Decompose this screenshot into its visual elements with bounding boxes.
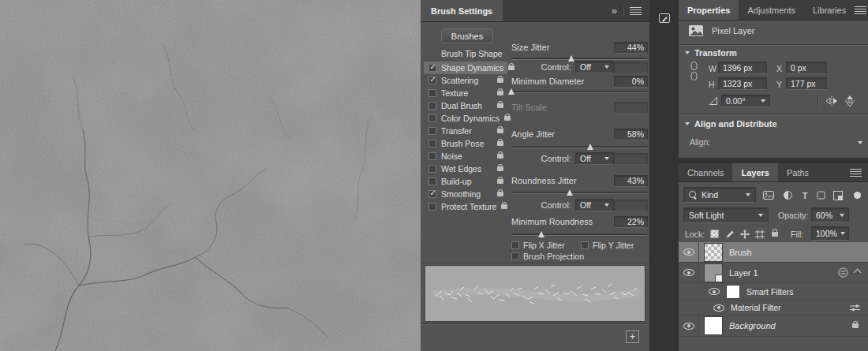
- angle-control-dropdown[interactable]: Off: [575, 152, 614, 165]
- brush-option-color-dynamics[interactable]: Color Dynamics: [424, 112, 507, 125]
- roundness-control-dropdown[interactable]: Off: [575, 199, 614, 211]
- layer-row-layer-1[interactable]: Layer 1: [679, 263, 868, 283]
- blend-mode-dropdown[interactable]: Soft Light: [683, 207, 769, 223]
- brush-option-brush-pose[interactable]: Brush Pose: [424, 137, 507, 150]
- layer-name[interactable]: Layer 1: [729, 268, 758, 278]
- visibility-toggle[interactable]: [679, 242, 699, 262]
- checkbox-icon[interactable]: [428, 89, 436, 97]
- brush-option-texture[interactable]: Texture: [424, 87, 507, 99]
- lock-position-icon[interactable]: [739, 229, 750, 239]
- smart-filter-icon[interactable]: [838, 267, 848, 278]
- flip-x-jitter-checkbox[interactable]: Flip X Jitter: [511, 241, 565, 250]
- lock-icon[interactable]: [497, 179, 503, 184]
- eye-icon[interactable]: [713, 304, 724, 312]
- align-distribute-section-header[interactable]: Align and Distribute: [685, 119, 777, 129]
- lock-artboard-icon[interactable]: [754, 229, 765, 239]
- filter-smart-objects-icon[interactable]: [830, 189, 846, 202]
- layer-thumbnail[interactable]: [704, 243, 723, 262]
- checkbox-icon[interactable]: [428, 127, 436, 135]
- size-jitter-value-field[interactable]: 44%: [614, 42, 648, 54]
- checkbox-icon[interactable]: [428, 77, 436, 84]
- brushes-button[interactable]: Brushes: [441, 28, 493, 43]
- checkbox-icon[interactable]: [428, 177, 436, 185]
- collapse-effects-icon[interactable]: [854, 269, 862, 277]
- create-new-brush-button[interactable]: +: [626, 330, 639, 343]
- tab-properties[interactable]: Properties: [679, 0, 739, 20]
- checkbox-icon[interactable]: [428, 152, 436, 160]
- filter-shape-layers-icon[interactable]: [813, 189, 829, 202]
- brush-option-wet-edges[interactable]: Wet Edges: [424, 162, 507, 175]
- minimum-diameter-slider-thumb[interactable]: [508, 88, 514, 95]
- layer-thumbnail[interactable]: [704, 316, 723, 335]
- tab-adjustments[interactable]: Adjustments: [739, 0, 804, 20]
- filter-name[interactable]: Material Filter: [731, 303, 781, 312]
- filter-type-layers-icon[interactable]: T: [797, 189, 813, 202]
- checkbox-icon[interactable]: [428, 203, 436, 211]
- y-position-field[interactable]: 177 px: [786, 77, 827, 90]
- scroll-down-icon[interactable]: [858, 141, 862, 144]
- lock-icon[interactable]: [497, 154, 503, 159]
- lock-icon[interactable]: [497, 166, 503, 171]
- brush-option-protect-texture[interactable]: Protect Texture: [424, 200, 507, 213]
- roundness-jitter-slider-thumb[interactable]: [567, 189, 573, 196]
- layer-name[interactable]: Background: [729, 321, 776, 330]
- lock-icon[interactable]: [497, 78, 503, 83]
- filter-kind-dropdown[interactable]: Kind: [683, 187, 756, 203]
- height-field[interactable]: 1323 px: [718, 77, 767, 90]
- checkbox-icon[interactable]: [428, 140, 436, 147]
- brush-option-smoothing[interactable]: Smoothing: [424, 188, 507, 200]
- lock-all-icon[interactable]: [769, 229, 780, 239]
- size-control-dropdown[interactable]: Off: [575, 61, 614, 73]
- layer-row-brush[interactable]: Brush: [679, 242, 868, 263]
- brush-option-scattering[interactable]: Scattering: [424, 74, 507, 87]
- flip-horizontal-icon[interactable]: [825, 95, 838, 108]
- tab-paths[interactable]: Paths: [778, 163, 817, 181]
- filter-toggle-icon[interactable]: [854, 192, 861, 199]
- brush-option-shape-dynamics[interactable]: Shape Dynamics: [424, 62, 507, 74]
- x-position-field[interactable]: 0 px: [786, 62, 827, 74]
- brush-settings-tab[interactable]: Brush Settings: [421, 0, 503, 21]
- lock-icon[interactable]: [497, 141, 503, 146]
- roundness-jitter-value-field[interactable]: 43%: [614, 175, 648, 187]
- checkbox-icon[interactable]: [428, 102, 436, 110]
- checkbox-icon[interactable]: [428, 165, 436, 173]
- lock-icon[interactable]: [497, 129, 503, 133]
- layer-thumbnail[interactable]: [704, 263, 723, 282]
- brush-option-noise[interactable]: Noise: [424, 150, 507, 162]
- angle-jitter-value-field[interactable]: 58%: [614, 129, 648, 140]
- constrain-link-icon[interactable]: [689, 61, 699, 83]
- brush-projection-checkbox[interactable]: Brush Projection: [511, 252, 584, 261]
- brush-tip-shape-item[interactable]: Brush Tip Shape: [424, 47, 507, 60]
- lock-icon[interactable]: [501, 204, 507, 209]
- tab-channels[interactable]: Channels: [679, 163, 732, 181]
- minimum-diameter-value-field[interactable]: 0%: [614, 76, 648, 88]
- minimum-roundness-slider-thumb[interactable]: [538, 231, 544, 237]
- tab-libraries[interactable]: Libraries: [804, 0, 855, 20]
- brush-option-build-up[interactable]: Build-up: [424, 175, 507, 188]
- smart-filters-label[interactable]: Smart Filters: [746, 287, 794, 297]
- tab-layers[interactable]: Layers: [732, 163, 777, 181]
- lock-icon[interactable]: [497, 103, 503, 108]
- smart-filters-row[interactable]: Smart Filters: [679, 283, 868, 301]
- roundness-jitter-slider[interactable]: [511, 188, 647, 197]
- lock-icon[interactable]: [497, 192, 503, 196]
- fill-field[interactable]: 100%: [811, 226, 849, 241]
- document-canvas[interactable]: [0, 0, 421, 351]
- filter-blending-options-icon[interactable]: [850, 304, 860, 312]
- minimum-diameter-slider[interactable]: [511, 87, 647, 96]
- filter-pixel-layers-icon[interactable]: [761, 189, 776, 202]
- lock-transparency-icon[interactable]: [709, 229, 720, 239]
- brush-option-transfer[interactable]: Transfer: [424, 125, 507, 137]
- material-filter-row[interactable]: Material Filter: [679, 301, 868, 316]
- filter-mask-thumbnail[interactable]: [726, 285, 740, 299]
- brush-option-dual-brush[interactable]: Dual Brush: [424, 99, 507, 112]
- minimum-roundness-slider[interactable]: [511, 230, 647, 239]
- rotation-angle-field[interactable]: 0.00°: [721, 95, 770, 107]
- brush-settings-dock-icon[interactable]: [655, 9, 674, 28]
- checkbox-icon[interactable]: [428, 64, 436, 72]
- flip-y-jitter-checkbox[interactable]: Flip Y Jitter: [581, 241, 634, 250]
- checkbox-icon[interactable]: [428, 114, 436, 122]
- lock-icon[interactable]: [497, 91, 503, 95]
- layer-name[interactable]: Brush: [729, 248, 752, 257]
- minimum-roundness-value-field[interactable]: 22%: [614, 216, 648, 228]
